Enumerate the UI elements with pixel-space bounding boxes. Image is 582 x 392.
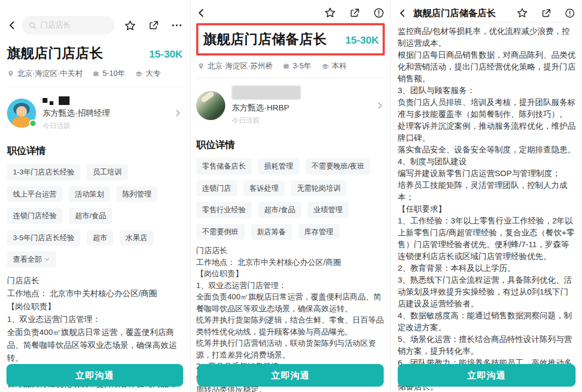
chevron-down-icon (44, 256, 50, 262)
job-tag: 1-3年门店店长经验 (7, 164, 80, 180)
job-education-text: 本科 (332, 61, 347, 71)
job-location: 北京·海淀区·中关村 (7, 69, 82, 79)
search-icon (28, 21, 37, 30)
back-icon[interactable] (196, 8, 207, 18)
share-icon[interactable] (541, 8, 552, 19)
favorite-star-icon[interactable] (324, 6, 336, 19)
favorite-star-icon[interactable] (516, 7, 528, 19)
location-pin-icon (7, 70, 15, 78)
search-placeholder: 门店店长 (40, 20, 71, 30)
highlighted-title-box: 旗舰店门店储备店长 15-30K (196, 23, 385, 55)
divider (196, 78, 385, 79)
job-tags: 零售储备店长损耗管理不需要晚班/夜班连锁门店客诉处理无需轮岗培训零售行业经验超市… (196, 158, 385, 240)
job-tag: 损耗管理 (258, 158, 299, 174)
job-location-text: 北京·海淀区·苏州桥 (207, 61, 273, 71)
job-tags: 1-3年门店店长经验员工培训线上平台运营活动策划陈列管理连锁门店经验超市/食品3… (7, 164, 183, 268)
job-education-text: 大专 (146, 69, 161, 79)
location-pin-icon (197, 62, 205, 70)
chevron-right-icon (375, 101, 385, 110)
report-alert-icon[interactable] (564, 8, 576, 19)
details-heading: 职位详情 (196, 138, 385, 151)
job-tag: 连锁门店 (196, 180, 237, 197)
job-experience-text: 5-10年 (102, 69, 125, 79)
recruiter-activity: 今日活跃 (232, 116, 301, 125)
job-salary: 15-30K (149, 48, 183, 60)
job-education: 本科 (321, 61, 347, 71)
show-all-tags-button[interactable]: 查看全部 (7, 251, 56, 268)
chat-now-button[interactable]: 立即沟通 (6, 364, 183, 387)
share-icon[interactable] (349, 7, 361, 19)
recruiter-avatar (196, 91, 225, 120)
nav-actions (516, 7, 576, 19)
job-tag: 不需要倒班 (196, 224, 245, 240)
back-icon[interactable] (398, 8, 408, 18)
favorite-star-icon[interactable] (124, 19, 136, 32)
briefcase-icon (92, 70, 100, 78)
job-experience-text: 3-5年 (293, 61, 311, 71)
share-icon[interactable] (148, 19, 160, 31)
recruiter-card[interactable]: 东方甄选·HRBP 今日活跃 (196, 86, 385, 125)
job-detail-screen-middle: 旗舰店门店储备店长 15-30K 北京·海淀区·苏州桥 3-5年 本科 (190, 0, 391, 392)
job-tag: 超市/食品 (258, 202, 301, 218)
recruiter-activity: 今日活跃 (43, 121, 110, 131)
job-tag: 水果店 (120, 230, 154, 246)
job-title-row: 旗舰店门店店长 15-30K (7, 44, 183, 62)
divider (7, 87, 183, 87)
job-title: 旗舰店门店储备店长 (203, 30, 327, 48)
recruiter-company-role: 东方甄选·HRBP (232, 103, 301, 113)
job-meta-row: 北京·海淀区·苏州桥 3-5年 本科 (196, 61, 385, 71)
top-nav-bar: 旗舰店门店储备店长 (398, 4, 576, 22)
job-tag: 不需要晚班/夜班 (306, 158, 370, 174)
job-location-text: 北京·海淀区·中关村 (17, 69, 82, 79)
chevron-right-icon (173, 108, 183, 118)
recruiter-info: 东方甄选·招聘经理 今日活跃 (43, 95, 110, 131)
job-tag: 超市 (87, 230, 113, 246)
show-all-label: 查看全部 (13, 256, 42, 263)
back-icon[interactable] (7, 20, 18, 31)
recruiter-info: 东方甄选·HRBP 今日活跃 (232, 86, 301, 125)
job-tag: 库存管理 (299, 224, 340, 240)
job-tag: 活动策划 (69, 186, 110, 202)
screenshot-canvas: 门店店长 旗舰店门店店长 15-30K (0, 0, 582, 392)
nav-actions (324, 6, 385, 19)
job-tag: 零售行业经验 (196, 202, 252, 218)
job-tag: 3-5年门店店长经验 (7, 230, 80, 246)
recruiter-name-blurred (232, 86, 301, 100)
job-tag: 无需轮岗培训 (291, 180, 347, 197)
search-input[interactable]: 门店店长 (22, 16, 114, 34)
nav-title: 旗舰店门店储备店长 (413, 7, 496, 19)
job-detail-screen-right: 旗舰店门店储备店长 监控商品/包材等损耗率，优化流程减少浪费，控制运营成本。 根… (391, 0, 582, 392)
job-description: 监控商品/包材等损耗率，优化流程减少浪费，控制运营成本。 根据门店每日商品销售数… (398, 25, 576, 392)
job-title: 旗舰店门店店长 (7, 44, 103, 62)
recruiter-avatar (7, 99, 36, 128)
job-experience: 3-5年 (282, 61, 311, 71)
recruiter-name-censored (43, 95, 110, 105)
job-tag: 员工培训 (87, 164, 128, 180)
briefcase-icon (282, 62, 290, 70)
graduation-cap-icon (321, 62, 329, 71)
job-tag: 新店筹备 (251, 224, 292, 240)
details-heading: 职位详情 (7, 144, 183, 157)
more-icon[interactable] (171, 19, 183, 31)
job-tag: 连锁门店经验 (7, 208, 63, 224)
top-nav-bar (196, 6, 385, 19)
job-detail-screen-left: 门店店长 旗舰店门店店长 15-30K (0, 0, 190, 392)
job-tag: 零售储备店长 (196, 158, 252, 174)
job-tag: 陈列管理 (116, 186, 157, 202)
job-location: 北京·海淀区·苏州桥 (197, 61, 273, 71)
recruiter-card[interactable]: 东方甄选·招聘经理 今日活跃 (7, 95, 183, 131)
graduation-cap-icon (135, 70, 143, 78)
job-tag: 超市/食品 (69, 208, 112, 224)
online-status-dot (29, 120, 37, 127)
report-alert-icon[interactable] (373, 7, 385, 19)
job-experience: 5-10年 (92, 69, 125, 79)
job-salary: 15-30K (345, 34, 379, 46)
chat-now-button[interactable]: 立即沟通 (197, 364, 384, 387)
job-meta-row: 北京·海淀区·中关村 5-10年 大专 (7, 69, 183, 79)
job-tag: 线上平台运营 (7, 186, 63, 202)
recruiter-company-role: 东方甄选·招聘经理 (43, 108, 110, 118)
nav-actions (124, 19, 183, 32)
chat-now-button[interactable]: 立即沟通 (398, 364, 576, 387)
job-education: 大专 (135, 69, 161, 79)
job-tag: 业绩管理 (308, 202, 349, 218)
